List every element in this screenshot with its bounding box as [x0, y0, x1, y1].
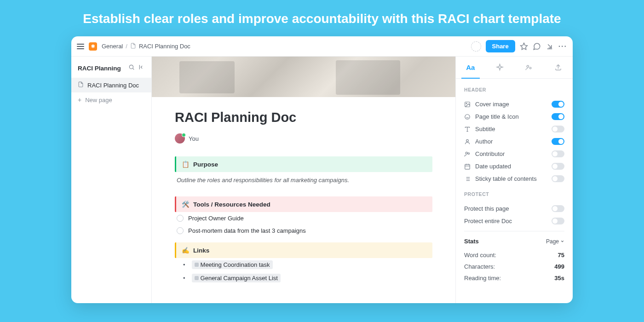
right-panel: Aa HEADER Cover image — [455, 57, 573, 303]
toggle-subtitle[interactable] — [552, 126, 564, 132]
author-name: You — [189, 135, 199, 142]
stat-row: Characters: 499 — [464, 261, 564, 272]
toggle-cover[interactable] — [552, 101, 564, 108]
row-cover-image: Cover image — [464, 98, 564, 110]
download-icon[interactable] — [546, 42, 554, 51]
breadcrumb-sep: / — [126, 43, 127, 50]
svg-rect-18 — [465, 164, 470, 169]
block-purpose-heading: Purpose — [193, 161, 218, 168]
block-purpose-head[interactable]: 📋 Purpose — [175, 156, 432, 172]
row-label: Subtitle — [475, 126, 547, 132]
search-icon[interactable] — [128, 64, 135, 72]
sidebar-new-page[interactable]: + New page — [71, 92, 151, 107]
presence-icon[interactable] — [471, 41, 481, 52]
stats-title: Stats — [464, 238, 479, 245]
block-links-heading: Links — [193, 247, 209, 254]
chevron-down-icon — [560, 239, 564, 243]
links-emoji-icon: ✍️ — [182, 247, 190, 254]
image-icon — [464, 101, 471, 108]
check-label: Project Owner Guide — [188, 215, 244, 222]
svg-point-2 — [129, 65, 133, 69]
block-links: ✍️ Links Meeting Coordination task Gener… — [175, 242, 432, 285]
collapse-icon[interactable] — [138, 64, 145, 72]
link-label: Meeting Coordination task — [201, 261, 270, 268]
purpose-text[interactable]: Outline the roles and responsibilities f… — [175, 172, 432, 191]
doc-icon — [78, 81, 84, 89]
check-item[interactable]: Project Owner Guide — [175, 212, 432, 224]
row-author: Author — [464, 135, 564, 148]
toggle-protect-page[interactable] — [552, 205, 564, 212]
divider — [464, 231, 564, 231]
toggle-protect-doc[interactable] — [552, 218, 564, 224]
row-subtitle: Subtitle — [464, 123, 564, 135]
stat-row: Reading time: 35s — [464, 272, 564, 284]
breadcrumb-doc[interactable]: RACI Planning Doc — [139, 43, 190, 50]
svg-point-15 — [466, 139, 469, 142]
breadcrumb: General / RACI Planning Doc — [102, 43, 190, 50]
checkbox-icon[interactable] — [177, 215, 184, 222]
cover-image[interactable] — [152, 57, 455, 97]
list-icon — [464, 176, 471, 182]
smile-icon — [464, 114, 471, 120]
stat-row: Word count: 75 — [464, 249, 564, 261]
panel-tabs: Aa — [456, 57, 573, 79]
sidebar-title: RACI Planning — [78, 65, 125, 72]
svg-point-17 — [468, 153, 470, 155]
stats-scope[interactable]: Page — [546, 238, 564, 245]
author-row: You — [175, 133, 432, 144]
row-label: Date updated — [475, 163, 547, 170]
row-label: Protect entire Doc — [464, 218, 547, 224]
share-button[interactable]: Share — [486, 40, 515, 52]
row-date: Date updated — [464, 160, 564, 172]
workspace-icon[interactable]: ✱ — [89, 42, 97, 51]
checkbox-icon[interactable] — [177, 227, 184, 234]
marketing-tagline: Establish clear roles and improve accoun… — [28, 12, 616, 26]
toggle-toc[interactable] — [552, 175, 564, 182]
svg-point-6 — [530, 67, 532, 69]
page-title[interactable]: RACI Planning Doc — [175, 110, 432, 125]
tab-style[interactable] — [485, 57, 515, 78]
breadcrumb-workspace[interactable]: General — [102, 43, 123, 50]
row-label: Sticky table of contents — [475, 175, 547, 182]
svg-line-3 — [133, 69, 134, 70]
section-protect-title: PROTECT — [464, 191, 564, 197]
comment-icon[interactable] — [533, 42, 541, 51]
block-links-head[interactable]: ✍️ Links — [175, 242, 432, 258]
sidebar-new-label: New page — [85, 97, 112, 104]
menu-icon[interactable] — [77, 44, 84, 49]
sidebar-item-label: RACI Planning Doc — [87, 82, 139, 89]
tools-emoji-icon: 🛠️ — [182, 201, 190, 208]
topbar: ✱ General / RACI Planning Doc Share ·· — [71, 36, 573, 57]
link-label: General Campaign Asset List — [201, 275, 278, 282]
tab-collab[interactable] — [514, 57, 544, 78]
sidebar-item-doc[interactable]: RACI Planning Doc — [71, 78, 151, 92]
app-window: ✱ General / RACI Planning Doc Share ·· — [71, 36, 573, 303]
toggle-author[interactable] — [552, 138, 564, 145]
tab-text[interactable]: Aa — [456, 57, 485, 78]
block-purpose: 📋 Purpose Outline the roles and responsi… — [175, 156, 432, 191]
check-item[interactable]: Post-mortem data from the last 3 campaig… — [175, 224, 432, 237]
link-item[interactable]: Meeting Coordination task — [175, 258, 432, 271]
svg-point-5 — [527, 65, 529, 67]
users-icon — [464, 151, 471, 157]
link-item[interactable]: General Campaign Asset List — [175, 271, 432, 285]
toggle-contributor[interactable] — [552, 150, 564, 157]
doc-icon — [130, 43, 136, 50]
more-icon[interactable]: ··· — [558, 42, 567, 51]
text-icon — [464, 126, 471, 132]
block-tools-heading: Tools / Resources Needed — [193, 201, 270, 208]
calendar-icon — [464, 163, 471, 170]
tab-export[interactable] — [544, 57, 573, 78]
svg-point-9 — [466, 103, 467, 104]
row-label: Cover image — [475, 101, 547, 108]
toggle-title[interactable] — [552, 113, 564, 120]
sidebar: RACI Planning RACI Planning Doc + — [71, 57, 152, 303]
star-icon[interactable] — [520, 42, 528, 51]
main: RACI Planning Doc You 📋 Purpose Outline … — [152, 57, 455, 303]
check-label: Post-mortem data from the last 3 campaig… — [188, 227, 306, 234]
block-tools-head[interactable]: 🛠️ Tools / Resources Needed — [175, 196, 432, 212]
avatar[interactable] — [175, 133, 185, 144]
stat-key: Word count: — [464, 252, 496, 259]
row-label: Author — [475, 138, 547, 145]
toggle-date[interactable] — [552, 163, 564, 170]
